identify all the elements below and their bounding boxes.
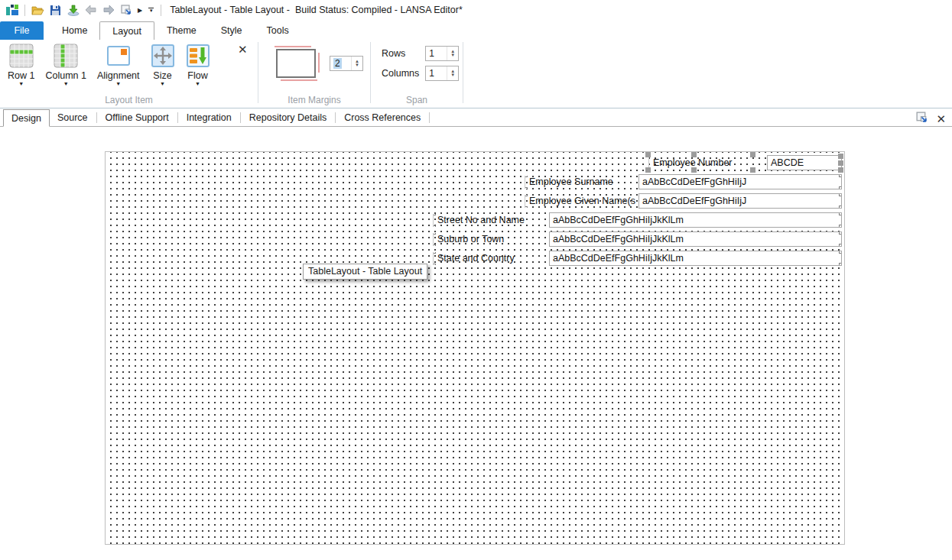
- chevron-down-icon: ▼: [160, 82, 165, 86]
- titlebar: ▶ ▼ TableLayout - Table Layout - Build S…: [0, 0, 952, 20]
- chevron-down-icon: ▼: [195, 82, 200, 86]
- column-button-label: Column 1: [45, 70, 86, 81]
- row-grid-icon: [9, 44, 34, 68]
- ribbon: Row 1 ▼: [0, 40, 952, 108]
- close-icon[interactable]: ✕: [238, 43, 248, 57]
- field-input-employee-surname[interactable]: aAbBcCdDeEfFgGhHiIjJ: [638, 174, 842, 189]
- group-label-span: Span: [371, 95, 463, 105]
- column-button[interactable]: Column 1 ▼: [45, 44, 86, 86]
- spin-down-icon[interactable]: ▼: [450, 53, 455, 57]
- check-in-icon[interactable]: [67, 4, 80, 17]
- item-margins-spinner[interactable]: 2 ▲ ▼: [330, 56, 363, 71]
- ribbon-group-span: Rows 1 ▲ ▼ Columns 1 ▲ ▼ Span: [371, 40, 463, 108]
- more-commands-icon[interactable]: ▶: [138, 7, 142, 14]
- tab-cross-references[interactable]: Cross References: [336, 109, 428, 126]
- size-move-arrows-icon: [151, 44, 175, 68]
- divider: [161, 5, 161, 16]
- column-grid-icon: [54, 44, 78, 68]
- spin-down-icon[interactable]: ▼: [355, 63, 359, 67]
- group-label-layout-item: Layout Item: [0, 95, 258, 105]
- design-canvas[interactable]: Employee Number ABCDE Employee Surname a…: [105, 151, 845, 545]
- tab-style[interactable]: Style: [209, 21, 255, 40]
- divider: [335, 112, 336, 123]
- alignment-button-label: Alignment: [97, 70, 140, 81]
- item-margins-value[interactable]: 2: [333, 58, 342, 69]
- tab-repository-details[interactable]: Repository Details: [242, 109, 334, 126]
- size-button-label: Size: [153, 70, 171, 81]
- ribbon-group-layout-item: Row 1 ▼: [0, 40, 258, 108]
- field-label-street-no-and-name[interactable]: Street No and Name: [433, 214, 544, 227]
- lansa-logo-icon: [5, 4, 18, 17]
- chevron-down-icon: ▼: [18, 82, 24, 86]
- flow-button[interactable]: Flow ▼: [186, 44, 210, 86]
- close-document-icon[interactable]: ✕: [936, 112, 946, 126]
- chevron-down-icon: ▼: [115, 82, 121, 86]
- divider: [24, 5, 25, 16]
- divider: [177, 112, 178, 123]
- field-input-suburb-or-town[interactable]: aAbBcCdDeEfFgGhHiIjJkKlLm: [549, 231, 842, 247]
- rows-label: Rows: [382, 48, 419, 59]
- field-input-state-and-country[interactable]: aAbBcCdDeEfFgGhHiIjJkKlLm: [549, 251, 842, 266]
- tab-theme[interactable]: Theme: [154, 21, 209, 40]
- field-label-state-and-country[interactable]: State and Country: [433, 252, 544, 265]
- tab-home[interactable]: Home: [50, 21, 99, 40]
- open-icon[interactable]: [31, 4, 44, 17]
- flow-icon: [186, 44, 210, 68]
- divider: [240, 112, 241, 123]
- alignment-button[interactable]: Alignment ▼: [97, 44, 140, 86]
- columns-value[interactable]: 1: [426, 66, 447, 80]
- tab-layout[interactable]: Layout: [99, 21, 154, 40]
- tab-tools[interactable]: Tools: [255, 21, 301, 40]
- divider: [429, 112, 430, 123]
- spinner-arrows[interactable]: ▲ ▼: [351, 57, 362, 70]
- tab-offline-support[interactable]: Offline Support: [98, 109, 177, 126]
- window-title: TableLayout - Table Layout - Build Statu…: [170, 5, 463, 15]
- quick-access-dropdown-icon[interactable]: ▼: [148, 8, 154, 13]
- group-label-item-margins: Item Margins: [258, 95, 370, 105]
- chevron-down-icon: ▼: [63, 82, 69, 86]
- lansa-editor-window: ▶ ▼ TableLayout - Table Layout - Build S…: [0, 0, 952, 560]
- field-label-employee-surname[interactable]: Employee Surname: [525, 176, 637, 189]
- row-button[interactable]: Row 1 ▼: [8, 44, 34, 86]
- spin-down-icon[interactable]: ▼: [450, 73, 455, 77]
- size-button[interactable]: Size ▼: [151, 44, 175, 86]
- rows-spinner[interactable]: 1 ▲ ▼: [425, 46, 459, 61]
- table-layout-tooltip: TableLayout - Table Layout: [303, 264, 427, 280]
- spinner-arrows[interactable]: ▲ ▼: [447, 66, 458, 80]
- tab-design[interactable]: Design: [3, 109, 50, 127]
- rows-value[interactable]: 1: [426, 47, 447, 60]
- field-input-employee-number[interactable]: ABCDE: [767, 155, 842, 170]
- columns-label: Columns: [382, 68, 419, 79]
- back-icon[interactable]: [84, 4, 97, 17]
- field-input-employee-given-names[interactable]: aAbBcCdDeEfFgGhHiIjJ: [638, 193, 842, 209]
- field-input-street-no-and-name[interactable]: aAbBcCdDeEfFgGhHiIjJkKlLm: [549, 212, 842, 228]
- tab-integration[interactable]: Integration: [179, 109, 239, 126]
- forward-icon[interactable]: [102, 4, 115, 17]
- alignment-icon: [106, 44, 131, 68]
- columns-spinner[interactable]: 1 ▲ ▼: [425, 66, 459, 81]
- field-label-employee-given-names[interactable]: Employee Given Name(s: [525, 195, 637, 208]
- document-tab-strip: Design Source Offline Support Integratio…: [0, 108, 952, 127]
- group-divider: [463, 42, 463, 103]
- ribbon-group-item-margins: 2 ▲ ▼ Item Margins: [258, 40, 370, 108]
- goto-window-icon[interactable]: [119, 4, 132, 17]
- field-label-employee-number[interactable]: Employee Number: [648, 157, 754, 170]
- tab-source[interactable]: Source: [50, 109, 96, 126]
- field-label-suburb-or-town[interactable]: Suburb or Town: [433, 233, 544, 246]
- ribbon-tab-bar: File Home Layout Theme Style Tools: [0, 20, 952, 40]
- undock-window-icon[interactable]: [915, 111, 928, 127]
- row-button-label: Row 1: [8, 70, 34, 81]
- flow-button-label: Flow: [187, 70, 207, 81]
- tab-file[interactable]: File: [0, 21, 44, 40]
- spinner-arrows[interactable]: ▲ ▼: [447, 47, 458, 60]
- divider: [96, 112, 97, 123]
- item-margins-icon: [274, 46, 320, 81]
- save-icon[interactable]: [49, 4, 62, 17]
